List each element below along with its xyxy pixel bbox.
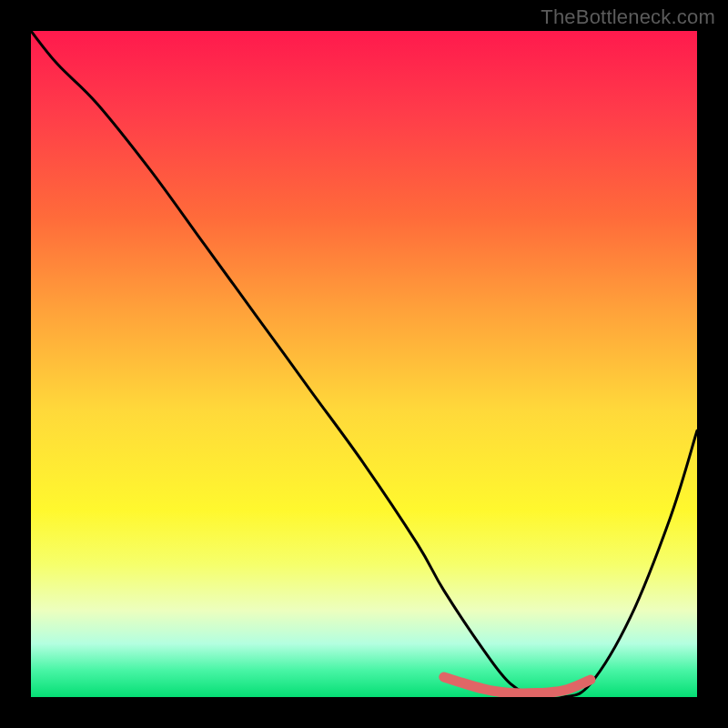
recommended-zone-path [444,677,591,693]
chart-svg [31,31,697,697]
bottleneck-curve-path [31,31,697,697]
chart-frame: TheBottleneck.com [0,0,728,728]
attribution-label: TheBottleneck.com [541,5,715,29]
